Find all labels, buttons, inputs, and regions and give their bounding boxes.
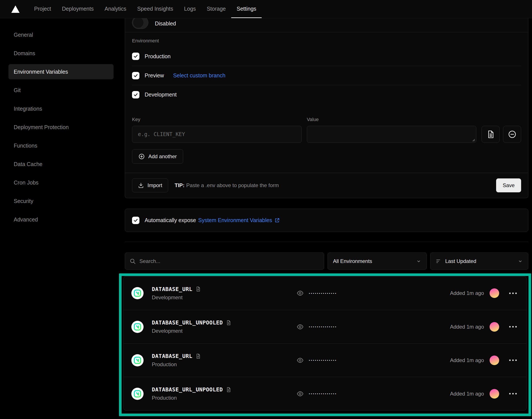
disabled-toggle[interactable]	[132, 18, 148, 29]
env-var-name: DATABASE_URL	[152, 286, 192, 292]
neon-integration-icon	[131, 287, 144, 299]
neon-integration-icon	[131, 354, 144, 367]
system-env-checkbox[interactable]	[132, 217, 139, 224]
env-var-environment: Production	[152, 395, 231, 401]
tip-text: TIP:Paste a .env above to populate the f…	[175, 182, 279, 188]
note-icon[interactable]	[226, 320, 231, 325]
note-icon[interactable]	[195, 354, 201, 359]
added-timestamp: Added 1m ago	[450, 290, 484, 296]
check-icon	[134, 218, 138, 223]
sidebar-item-git[interactable]: Git	[9, 83, 113, 98]
key-label: Key	[132, 117, 302, 122]
paste-env-button[interactable]	[481, 126, 500, 143]
sidebar-item-data-cache[interactable]: Data Cache	[9, 157, 113, 172]
production-checkbox[interactable]	[132, 52, 139, 60]
vercel-logo[interactable]	[11, 0, 20, 18]
user-avatar	[490, 322, 499, 332]
preview-label: Preview	[145, 72, 164, 79]
nav-tab-analytics[interactable]: Analytics	[99, 0, 132, 18]
chevron-down-icon	[416, 259, 421, 264]
production-label: Production	[145, 53, 171, 60]
add-another-button[interactable]: Add another	[132, 149, 183, 164]
nav-tab-speed-insights[interactable]: Speed Insights	[132, 0, 178, 18]
vercel-triangle-icon	[11, 5, 20, 13]
note-icon[interactable]	[195, 287, 201, 292]
nav-tab-project[interactable]: Project	[29, 0, 56, 18]
sidebar-item-functions[interactable]: Functions	[9, 138, 113, 153]
sort-icon	[436, 258, 441, 264]
row-menu-button[interactable]	[507, 391, 518, 396]
note-icon[interactable]	[226, 387, 231, 392]
env-var-row[interactable]: DATABASE_URL Development	[123, 276, 526, 310]
sidebar-item-cron-jobs[interactable]: Cron Jobs	[9, 175, 113, 190]
user-avatar	[490, 288, 499, 298]
settings-sidebar: General Domains Environment Variables Gi…	[0, 18, 122, 419]
check-icon	[134, 73, 138, 78]
add-another-label: Add another	[148, 153, 177, 159]
sidebar-item-deployment-protection[interactable]: Deployment Protection	[9, 119, 113, 135]
key-input[interactable]	[132, 126, 302, 143]
row-menu-button[interactable]	[507, 358, 518, 363]
reveal-value-eye-icon[interactable]	[297, 323, 304, 330]
key-value-section: Key Value	[125, 106, 528, 164]
reveal-value-eye-icon[interactable]	[297, 390, 304, 397]
development-checkbox[interactable]	[132, 91, 139, 98]
env-var-form-card: Disabled Environment Production	[125, 18, 528, 198]
nav-tab-deployments[interactable]: Deployments	[56, 0, 99, 18]
search-box[interactable]	[125, 252, 324, 270]
env-var-name: DATABASE_URL_UNPOOLED	[152, 319, 223, 326]
import-button[interactable]: Import	[132, 178, 168, 192]
env-var-row[interactable]: DATABASE_URL Production	[123, 343, 526, 377]
remove-row-button[interactable]	[503, 126, 521, 143]
value-input[interactable]	[307, 126, 477, 143]
filter-row: All Environments Last Updated	[125, 252, 528, 270]
import-label: Import	[148, 182, 162, 188]
preview-checkbox[interactable]	[132, 72, 139, 79]
development-checkbox-row: Development	[132, 85, 521, 104]
section-divider	[125, 242, 528, 242]
added-timestamp: Added 1m ago	[450, 357, 484, 363]
toggle-knob	[133, 18, 144, 28]
nav-tab-storage[interactable]: Storage	[201, 0, 231, 18]
save-button[interactable]: Save	[496, 178, 521, 192]
download-icon	[138, 182, 144, 188]
tip-bold: TIP:	[175, 182, 184, 188]
select-custom-branch-link[interactable]: Select custom branch	[173, 72, 225, 79]
reveal-value-eye-icon[interactable]	[297, 290, 304, 297]
external-link-icon	[274, 218, 280, 223]
nav-tab-settings[interactable]: Settings	[231, 0, 262, 18]
sort-dropdown[interactable]: Last Updated	[430, 252, 528, 270]
chevron-down-icon	[518, 259, 523, 264]
sort-dropdown-value: Last Updated	[445, 258, 476, 264]
environments-dropdown[interactable]: All Environments	[327, 252, 427, 270]
search-input[interactable]	[139, 258, 319, 264]
sidebar-item-advanced[interactable]: Advanced	[9, 212, 113, 227]
main-content: Disabled Environment Production	[125, 18, 528, 410]
env-var-list: DATABASE_URL Development	[123, 276, 527, 410]
system-env-text: Automatically exposeSystem Environment V…	[145, 217, 280, 223]
environment-label: Environment	[132, 38, 521, 44]
sidebar-item-security[interactable]: Security	[9, 193, 113, 209]
system-env-card: Automatically exposeSystem Environment V…	[125, 209, 528, 232]
sidebar-item-general[interactable]: General	[9, 27, 113, 42]
sidebar-item-domains[interactable]: Domains	[9, 46, 113, 61]
sidebar-item-environment-variables[interactable]: Environment Variables	[9, 64, 113, 79]
masked-value: ••••••••••••••	[309, 392, 337, 395]
env-var-row[interactable]: DATABASE_URL_UNPOOLED Development	[123, 310, 526, 343]
sidebar-item-integrations[interactable]: Integrations	[9, 101, 113, 116]
toggle-label: Disabled	[155, 20, 176, 27]
env-var-row[interactable]: DATABASE_URL_UNPOOLED Production	[123, 377, 526, 410]
system-env-link[interactable]: System Environment Variables	[198, 217, 280, 223]
row-menu-button[interactable]	[507, 324, 518, 329]
environment-section: Environment Production Pr	[125, 32, 528, 106]
nav-tab-logs[interactable]: Logs	[178, 0, 201, 18]
env-var-environment: Production	[152, 361, 201, 367]
added-timestamp: Added 1m ago	[450, 391, 484, 397]
neon-integration-icon	[131, 321, 144, 333]
row-menu-button[interactable]	[507, 291, 518, 296]
resize-handle-icon[interactable]	[472, 138, 475, 142]
env-var-name: DATABASE_URL_UNPOOLED	[152, 386, 223, 393]
form-footer: Import TIP:Paste a .env above to populat…	[125, 173, 528, 198]
page: Project Deployments Analytics Speed Insi…	[0, 0, 532, 419]
reveal-value-eye-icon[interactable]	[297, 357, 304, 364]
